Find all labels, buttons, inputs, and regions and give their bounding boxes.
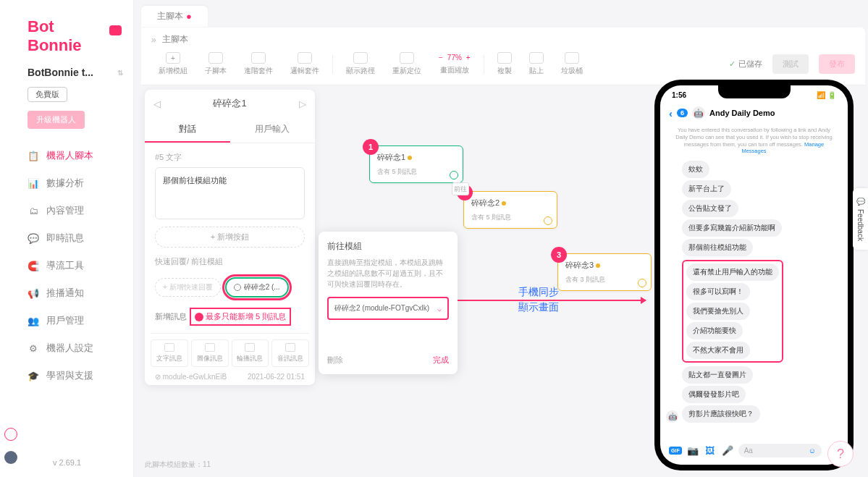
paste-button[interactable]: 貼上: [522, 51, 551, 77]
nav-item-機器人腳本[interactable]: 📋機器人腳本: [0, 142, 133, 169]
msg-type-icon: [245, 343, 255, 352]
nav-item-推播通知[interactable]: 📢推播通知: [0, 279, 133, 307]
script-tab[interactable]: 主腳本●: [141, 6, 208, 27]
zoom-in-button[interactable]: +: [466, 54, 471, 62]
goto-module-panel: 前往模組 直接跳轉至指定模組，本模組及跳轉之模組的訊息數不可超過五則，且不可與快…: [319, 232, 458, 374]
node-link-icon: [450, 171, 458, 180]
chat-message: 貼文都一直發圖片: [682, 366, 753, 384]
chat-message: 欸欸: [682, 161, 709, 178]
module-title: 碎碎念1: [213, 97, 246, 110]
nav-icon: 📊: [28, 177, 39, 189]
tab-dialog[interactable]: 對話: [145, 117, 230, 143]
show-path-button[interactable]: 顯示路徑: [339, 51, 382, 77]
chat-message: 很多可以寫啊！: [686, 283, 750, 300]
goto-done-button[interactable]: 完成: [433, 355, 449, 366]
nav-icon: 🎓: [28, 370, 39, 381]
node-number-badge: 1: [363, 139, 379, 155]
goto-module-select[interactable]: 碎碎念2 (module-FOTgvCxlk) ⌵: [327, 297, 449, 320]
add-quick-reply-button[interactable]: + 新增快速回覆: [155, 278, 221, 297]
nav-icon: ⚙: [28, 342, 39, 354]
nav-item-導流工具[interactable]: 🧲導流工具: [0, 252, 133, 279]
chat-message: 還有禁止用戶輸入的功能: [686, 263, 779, 281]
advanced-kit-button[interactable]: 進階套件: [237, 51, 280, 77]
status-dot-icon: [596, 263, 600, 268]
node-link-icon: [544, 216, 552, 225]
chat-header: ‹ 6 🤖 Andy Daily Demo: [660, 102, 848, 124]
warning-icon: [195, 313, 203, 321]
message-text-input[interactable]: 那個前往模組功能: [155, 167, 305, 219]
trash-button[interactable]: 垃圾桶: [554, 51, 590, 77]
nav-item-用戶管理[interactable]: 👥用戶管理: [0, 307, 133, 334]
sync-annotation: 手機同步顯示畫面: [518, 284, 559, 315]
flow-node-2[interactable]: 2 碎碎念2 含有 5 則訊息: [463, 191, 557, 229]
image-icon[interactable]: 🖼: [704, 444, 717, 457]
add-button-button[interactable]: + 新增按鈕: [155, 227, 305, 248]
nav-item-數據分析[interactable]: 📊數據分析: [0, 169, 133, 197]
user-avatar[interactable]: [4, 451, 17, 464]
chat-text-input[interactable]: Aa ☺: [738, 444, 822, 457]
flow-node-1[interactable]: 1 碎碎念1 含有 5 則訊息: [369, 145, 463, 183]
publish-button[interactable]: 發布: [819, 54, 855, 74]
help-button[interactable]: ?: [827, 441, 854, 467]
next-module-button[interactable]: ▷: [299, 98, 306, 109]
copy-button[interactable]: 複製: [490, 51, 519, 77]
zoom-out-button[interactable]: −: [439, 54, 443, 62]
chat-message: 我們要搶先別人: [686, 303, 750, 320]
feedback-tab[interactable]: 💬 Feedback: [853, 188, 868, 250]
highlighted-message-group: 還有禁止用戶輸入的功能很多可以寫啊！我們要搶先別人介紹功能要快不然大家不會用: [682, 260, 783, 363]
msg-type-button[interactable]: 音訊訊息: [271, 339, 309, 367]
chevron-updown-icon: ⇅: [117, 69, 123, 77]
nav-item-即時訊息[interactable]: 💬即時訊息: [0, 224, 133, 252]
nav-icon: 📢: [28, 287, 39, 299]
chat-title: Andy Daily Demo: [709, 109, 775, 117]
nav-item-機器人設定[interactable]: ⚙機器人設定: [0, 334, 133, 362]
mic-icon[interactable]: 🎤: [721, 444, 734, 457]
saved-status: ✓已儲存: [729, 59, 762, 69]
add-module-button[interactable]: +新增模組: [151, 51, 195, 77]
status-dot-icon: [408, 156, 412, 160]
sidebar: Bot Bonnie BotBonnie t...⇅ 免費版 升級機器人 📋機器…: [0, 0, 134, 477]
timestamp-label: 2021-06-22 01:51: [248, 373, 305, 381]
sub-script-button[interactable]: 子腳本: [198, 51, 234, 77]
workspace-selector[interactable]: BotBonnie t...⇅: [0, 62, 133, 84]
nav-item-學習與支援[interactable]: 🎓學習與支援: [0, 362, 133, 389]
chat-message: 那個前往模組功能: [682, 239, 753, 256]
module-editor-panel: ◁ 碎碎念1 ▷ 對話 用戶輸入 #5 文字 那個前往模組功能 + 新增按鈕 快…: [145, 90, 315, 385]
chat-disclaimer: You have entered this conversation by fo…: [660, 124, 848, 161]
camera-icon[interactable]: 📷: [686, 444, 699, 457]
msg-type-button[interactable]: 文字訊息: [151, 339, 188, 367]
reposition-button[interactable]: 重新定位: [385, 51, 429, 77]
bot-avatar-small-icon: 🤖: [666, 410, 678, 423]
plan-tag: 免費版: [28, 87, 67, 102]
signal-battery-icon: 📶 🔋: [817, 91, 836, 99]
nav-icon: 🧲: [28, 260, 39, 271]
gif-icon[interactable]: GIF: [669, 447, 682, 455]
prev-module-button[interactable]: ◁: [153, 98, 161, 109]
chat-message: 公告貼文發了: [682, 200, 738, 217]
chat-message: 偶爾發發影片吧: [682, 386, 746, 403]
chat-message: 不然大家不會用: [686, 342, 750, 359]
zoom-control[interactable]: − 77% + 畫面縮放: [431, 52, 478, 77]
nav-item-內容管理[interactable]: 🗂內容管理: [0, 197, 133, 224]
test-button[interactable]: 測試: [772, 54, 809, 74]
node-link-icon: [638, 279, 646, 287]
msg-type-icon: [285, 343, 295, 352]
nav-icon: 💬: [28, 232, 39, 244]
logic-kit-button[interactable]: 邏輯套件: [283, 51, 326, 77]
back-icon[interactable]: ‹: [669, 107, 673, 119]
chat-message: 介紹功能要快: [686, 322, 743, 339]
phone-notch: [718, 85, 791, 98]
msg-type-button[interactable]: 輪播訊息: [232, 339, 269, 367]
tab-user-input[interactable]: 用戶輸入: [230, 117, 316, 143]
goto-delete-button[interactable]: 刪除: [327, 355, 343, 366]
goto-icon: [234, 284, 241, 291]
goto-module-pill[interactable]: 碎碎念2 (...: [225, 277, 289, 297]
msg-type-button[interactable]: 圖像訊息: [191, 339, 229, 367]
upgrade-button[interactable]: 升級機器人: [28, 111, 85, 129]
flow-node-3[interactable]: 3 碎碎念3 含有 3 則訊息: [557, 253, 652, 291]
bot-avatar-icon: 🤖: [692, 106, 705, 119]
nav-icon: 🗂: [28, 205, 39, 216]
emoji-icon[interactable]: ☺: [809, 447, 816, 455]
nav-icon: 👥: [28, 315, 39, 326]
globe-icon[interactable]: [4, 428, 17, 441]
